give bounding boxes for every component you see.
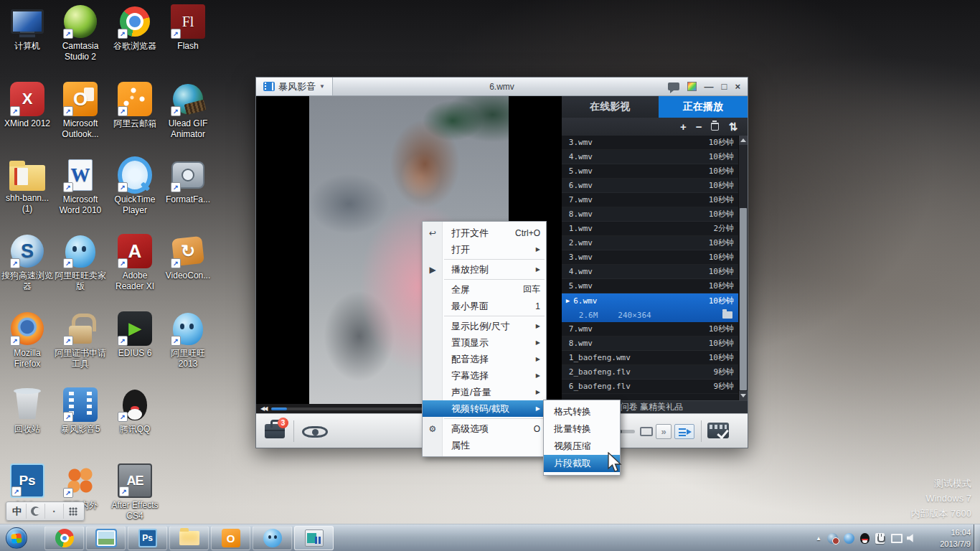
remove-item-button[interactable]: − [696, 121, 702, 132]
fit-screen-icon[interactable] [640, 427, 653, 436]
menu-item-fullscreen[interactable]: 全屏 回车 [423, 281, 546, 298]
playlist-item[interactable]: 7.wmv10秒钟 [562, 322, 738, 336]
tab-now-playing[interactable]: 正在播放 [659, 96, 748, 118]
playlist-item[interactable]: 2.wmv10秒钟 [562, 236, 738, 250]
desktop-icon-computer[interactable]: 计算机 [0, 4, 55, 52]
desktop-icon-outlook[interactable]: O↗ Microsoft Outlook... [53, 82, 108, 140]
playlist-item[interactable]: 6.wmv10秒钟 [562, 179, 738, 193]
taskbar-chrome[interactable] [44, 526, 84, 550]
minimize-button[interactable]: — [705, 82, 714, 91]
desktop-icon-sogou[interactable]: S↗ 搜狗高速浏览器 [0, 234, 55, 292]
open-folder-icon[interactable] [722, 311, 732, 319]
menu-item-open[interactable]: 打开 ▶ [423, 241, 546, 258]
playlist-item[interactable]: 1_baofeng.wmv10秒钟 [562, 351, 738, 365]
tray-network-icon[interactable] [890, 534, 901, 543]
playlist-item-selected[interactable]: ▶ 6.wmv 10秒钟 2.6M 240×364 [562, 293, 738, 322]
desktop-icon-recycle-bin[interactable]: 回收站 [0, 387, 55, 435]
playlist-item[interactable]: 4.wmv10秒钟 [562, 150, 738, 164]
submenu-item-batch-convert[interactable]: 批量转换 [544, 420, 620, 438]
desktop-icon-ulead[interactable]: ↗ Ulead GIF Animator [161, 82, 215, 140]
desktop-icon-wangwang-seller[interactable]: ↗ 阿里旺旺卖家版 [53, 234, 108, 292]
playlist-item[interactable]: 2_baofeng.flv9秒钟 [562, 365, 738, 380]
menu-item-mini-mode[interactable]: 最小界面 1 [423, 298, 546, 314]
menu-item-advanced-options[interactable]: ⚙ 高级选项 O [423, 420, 546, 437]
tray-speaker-icon[interactable] [907, 534, 917, 543]
playlist-scrollbar[interactable] [738, 136, 748, 400]
tray-wangwang-offline-icon[interactable] [827, 533, 838, 544]
close-button[interactable]: × [735, 82, 740, 91]
rewind-icon[interactable]: ◀◀ [260, 405, 266, 412]
tray-expand-icon[interactable]: ▲ [816, 535, 821, 542]
taskbar-clock[interactable]: 16:04 2013/7/9 [940, 527, 971, 550]
message-icon[interactable] [668, 83, 679, 90]
taskbar-explorer[interactable] [169, 526, 209, 550]
desktop-icon-baofeng[interactable]: ↗ 暴风影音5 [53, 387, 108, 435]
menu-item-playback-control[interactable]: ▶ 播放控制 ▶ [423, 261, 546, 278]
title-bar[interactable]: 暴风影音 ▼ 6.wmv — □ × [256, 77, 748, 96]
show-desktop-button[interactable] [974, 524, 980, 551]
desktop-icon-xmind[interactable]: X↗ XMind 2012 [0, 82, 55, 129]
tray-qq-icon[interactable] [860, 533, 870, 544]
trash-icon[interactable] [711, 123, 719, 131]
ime-punctuation-button[interactable]: · [45, 504, 64, 519]
desktop-icon-cert-tool[interactable]: ↗ 阿里证书申请工具 [53, 311, 108, 369]
ime-softkeyboard-button[interactable] [64, 504, 83, 519]
sort-swap-icon[interactable]: ⇅ [728, 121, 738, 132]
playlist-item[interactable]: 8.wmv10秒钟 [562, 207, 738, 222]
tray-power-plug-icon[interactable] [875, 533, 885, 544]
playlist-item[interactable]: 3.wmv10秒钟 [562, 136, 738, 150]
taskbar-wangwang[interactable] [253, 526, 292, 550]
taskbar-photoshop[interactable]: Ps [128, 526, 167, 550]
desktop-icon-word[interactable]: W↗ Microsoft Word 2010 [53, 158, 108, 216]
menu-item-subtitle[interactable]: 字幕选择 ▶ [423, 367, 546, 384]
playlist-item[interactable]: 5.wmv10秒钟 [562, 164, 738, 179]
menu-item-channel-volume[interactable]: 声道/音量 ▶ [423, 384, 546, 400]
menu-item-transcode-capture[interactable]: 视频转码/截取 ▶ [423, 400, 546, 417]
playlist-item[interactable]: 7.wmv10秒钟 [562, 193, 738, 207]
scroll-up-button[interactable] [739, 136, 748, 145]
menu-item-audio-track[interactable]: 配音选择 ▶ [423, 351, 546, 367]
taskbar-outlook[interactable]: O [211, 526, 250, 550]
playlist-item[interactable]: 6_baofeng.flv9秒钟 [562, 380, 738, 394]
maximize-button[interactable]: □ [722, 82, 727, 91]
ime-chinese-button[interactable]: 中 [8, 504, 27, 519]
playlist-item[interactable]: 4.wmv10秒钟 [562, 265, 738, 279]
submenu-item-format-convert[interactable]: 格式转换 [544, 403, 620, 420]
desktop-icon-quicktime[interactable]: ↗ QuickTime Player [108, 158, 162, 216]
playlist-item[interactable]: 8.wmv10秒钟 [562, 336, 738, 351]
desktop-icon-videoconverter[interactable]: ↻↗ VideoCon... [161, 234, 215, 281]
taskbar-media-app[interactable] [294, 526, 334, 550]
media-library-icon[interactable] [707, 423, 729, 438]
tray-wangwang-icon[interactable] [844, 533, 854, 544]
taskbar-screenshot-tool[interactable] [86, 526, 126, 550]
eye-protect-icon[interactable] [302, 426, 328, 438]
scroll-down-button[interactable] [739, 391, 748, 400]
ime-mode-button[interactable] [27, 504, 45, 519]
playlist-item[interactable]: 3.wmv10秒钟 [562, 250, 738, 265]
playlist-item[interactable]: 5.wmv10秒钟 [562, 279, 738, 293]
menu-item-properties[interactable]: 属性 [423, 437, 546, 453]
start-button[interactable] [6, 527, 27, 549]
desktop-icon-qq[interactable]: ↗ 腾讯QQ [108, 387, 162, 435]
menu-item-aspect-ratio[interactable]: 显示比例/尺寸 ▶ [423, 318, 546, 334]
add-item-button[interactable]: + [680, 121, 687, 132]
desktop-icon-after-effects[interactable]: AE↗ After Effects CS4 [108, 463, 162, 522]
scrollbar-thumb[interactable] [740, 208, 747, 390]
desktop-icon-flash[interactable]: Fl↗ Flash [161, 4, 215, 52]
desktop-icon-firefox[interactable]: ↗ Mozilla Firefox [0, 311, 55, 369]
desktop-icon-edius[interactable]: ▶↗ EDIUS 6 [108, 311, 162, 359]
menu-item-open-file[interactable]: ↩ 打开文件 Ctrl+O [423, 225, 546, 241]
playlist-toggle-button[interactable] [674, 424, 694, 439]
desktop-icon-alimail[interactable]: ↗ 阿里云邮箱 [108, 82, 162, 129]
tab-online-video[interactable]: 在线影视 [562, 96, 659, 118]
desktop-icon-adobe-reader[interactable]: A↗ Adobe Reader XI [108, 234, 162, 292]
desktop-icon-formatfactory[interactable]: ↗ FormatFa... [161, 158, 215, 205]
desktop-icon-chrome[interactable]: ↗ 谷歌浏览器 [108, 4, 162, 52]
skin-icon[interactable] [687, 82, 697, 91]
desktop-icon-wangwang-2013[interactable]: ↗ 阿里旺旺 2013 [161, 311, 215, 369]
playlist-item[interactable]: 1.wmv2分钟 [562, 222, 738, 236]
desktop-icon-shh-bann-folder[interactable]: shh-bann... (1) [0, 158, 55, 215]
more-controls-button[interactable]: » [656, 424, 672, 439]
desktop-icon-camtasia[interactable]: ↗ Camtasia Studio 2 [53, 4, 108, 62]
menu-item-always-on-top[interactable]: 置顶显示 ▶ [423, 334, 546, 351]
